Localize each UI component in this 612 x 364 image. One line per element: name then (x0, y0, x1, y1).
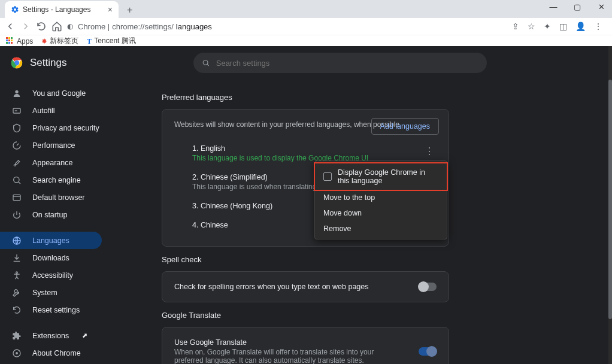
reload-button[interactable] (36, 21, 47, 32)
language-context-menu: Display Google Chrome in this language M… (314, 160, 447, 239)
sidebar-item-accessibility[interactable]: Accessibility (0, 266, 102, 284)
use-translate-toggle[interactable] (419, 347, 437, 356)
extensions-icon[interactable]: ✦ (544, 22, 551, 31)
profile-icon[interactable]: 👤 (575, 22, 586, 31)
language-options-button[interactable]: ⋮ (423, 145, 435, 157)
reset-icon (12, 305, 22, 315)
sidebar-item-label: System (32, 289, 57, 297)
sidebar-item-label: About Chrome (32, 349, 81, 357)
external-link-icon: ⬈ (82, 332, 87, 339)
spell-check-toggle[interactable] (419, 283, 437, 291)
sidebar-item-label: Accessibility (32, 271, 73, 280)
ctx-remove[interactable]: Remove (315, 221, 447, 236)
search-icon (12, 175, 22, 185)
svg-point-8 (16, 272, 18, 274)
sidebar-item-system[interactable]: System (0, 284, 102, 301)
download-icon (12, 253, 22, 263)
sidebar-item-label: Downloads (32, 254, 69, 262)
sidebar-item-privacy[interactable]: Privacy and security (0, 119, 102, 136)
sidebar-item-performance[interactable]: Performance (0, 136, 102, 154)
browser-tab[interactable]: Settings - Languages × (5, 1, 119, 18)
sidebar-item-label: On startup (32, 211, 67, 219)
menu-icon[interactable]: ⋮ (594, 22, 602, 31)
bookmark-star-icon[interactable]: ☆ (528, 22, 535, 31)
share-icon[interactable]: ⇪ (512, 22, 519, 31)
sidebar-item-label: Performance (32, 141, 75, 150)
app-title: Settings (30, 57, 66, 69)
back-button[interactable] (5, 21, 16, 32)
sidebar-item-extensions[interactable]: Extensions⬈ (0, 327, 102, 344)
ctx-move-to-top[interactable]: Move to the top (315, 190, 447, 205)
search-input[interactable] (216, 59, 479, 68)
tab-close-icon[interactable]: × (108, 5, 113, 14)
sidebar-item-label: Default browser (32, 193, 85, 202)
sidebar-item-default[interactable]: Default browser (0, 189, 102, 206)
sidebar-item-autofill[interactable]: Autofill (0, 102, 102, 119)
toolbar-icons: ⇪ ☆ ✦ ◫ 👤 ⋮ (512, 22, 602, 31)
add-languages-button[interactable]: Add languages (371, 118, 439, 135)
tab-title: Settings - Languages (23, 5, 90, 14)
ctx-display-in-language[interactable]: Display Google Chrome in this language (315, 163, 447, 190)
speed-icon (12, 141, 22, 150)
settings-app: Settings You and GoogleAutofillPrivacy a… (0, 46, 608, 364)
sidebar-item-label: Extensions (32, 332, 69, 340)
sidebar-item-label: Appearance (32, 159, 72, 167)
new-tab-button[interactable]: + (123, 2, 136, 18)
sidebar-item-reset[interactable]: Reset settings (0, 301, 102, 318)
section-preferred-languages: Preferred languages (162, 93, 608, 102)
browser-icon (12, 193, 22, 202)
sidebar-item-you[interactable]: You and Google (0, 84, 102, 102)
sidebar-item-appearance[interactable]: Appearance (0, 154, 102, 171)
bookmark-newtab[interactable]: ✸新标签页 (41, 36, 78, 46)
bookmarks-bar: Apps ✸新标签页 𝐓Tencent 腾讯 (0, 35, 612, 47)
person-icon (12, 89, 22, 98)
search-settings[interactable] (193, 53, 487, 73)
sidebar-item-label: Languages (32, 236, 69, 245)
autofill-icon (12, 106, 22, 116)
browser-chrome: ― ▢ ✕ Settings - Languages × + ◐ Chrome … (0, 0, 612, 46)
spell-check-card: Check for spelling errors when you type … (162, 271, 449, 302)
home-button[interactable] (51, 21, 62, 32)
language-name: 1. English (192, 144, 437, 153)
ctx-move-down[interactable]: Move down (315, 205, 447, 221)
accessibility-icon (12, 271, 22, 280)
sidebar-item-label: Autofill (32, 107, 55, 115)
site-info-icon[interactable]: ◐ (67, 22, 73, 31)
settings-sidebar: You and GoogleAutofillPrivacy and securi… (0, 80, 144, 364)
maximize-button[interactable]: ▢ (571, 2, 583, 11)
sidepanel-icon[interactable]: ◫ (559, 22, 567, 31)
chrome-logo-icon (11, 57, 23, 69)
sidebar-item-about[interactable]: About Chrome (0, 344, 102, 362)
chrome-icon (12, 348, 22, 358)
close-button[interactable]: ✕ (595, 2, 607, 11)
svg-point-5 (14, 177, 19, 182)
scrollbar-thumb[interactable] (608, 80, 612, 319)
apps-shortcut[interactable]: Apps (6, 37, 33, 46)
sidebar-item-startup[interactable]: On startup (0, 206, 102, 223)
shield-icon (12, 123, 22, 133)
apps-grid-icon (6, 37, 14, 46)
window-controls: ― ▢ ✕ (547, 2, 607, 11)
use-translate-sub: When on, Google Translate will offer to … (174, 348, 402, 364)
bookmark-tencent[interactable]: 𝐓Tencent 腾讯 (87, 36, 135, 46)
extension-icon (12, 331, 22, 341)
url-bar[interactable]: Chrome | chrome://settings/languages (78, 22, 507, 31)
svg-point-10 (16, 352, 18, 354)
sidebar-item-languages[interactable]: Languages (0, 232, 102, 249)
brush-icon (12, 158, 22, 168)
address-bar: ◐ Chrome | chrome://settings/languages ⇪… (0, 18, 612, 35)
svg-rect-6 (13, 195, 20, 200)
section-google-translate: Google Translate (162, 311, 608, 320)
sidebar-item-search[interactable]: Search engine (0, 171, 102, 189)
sidebar-item-downloads[interactable]: Downloads (0, 249, 102, 266)
power-icon (12, 210, 22, 220)
checkbox-icon (323, 172, 332, 181)
globe-icon (12, 236, 22, 245)
svg-point-2 (204, 60, 208, 65)
minimize-button[interactable]: ― (547, 2, 559, 11)
forward-button[interactable] (20, 21, 31, 32)
google-translate-card: Use Google Translate When on, Google Tra… (162, 327, 449, 364)
vertical-scrollbar[interactable] (608, 46, 612, 364)
gear-icon (11, 5, 19, 14)
app-header: Settings (0, 46, 608, 80)
